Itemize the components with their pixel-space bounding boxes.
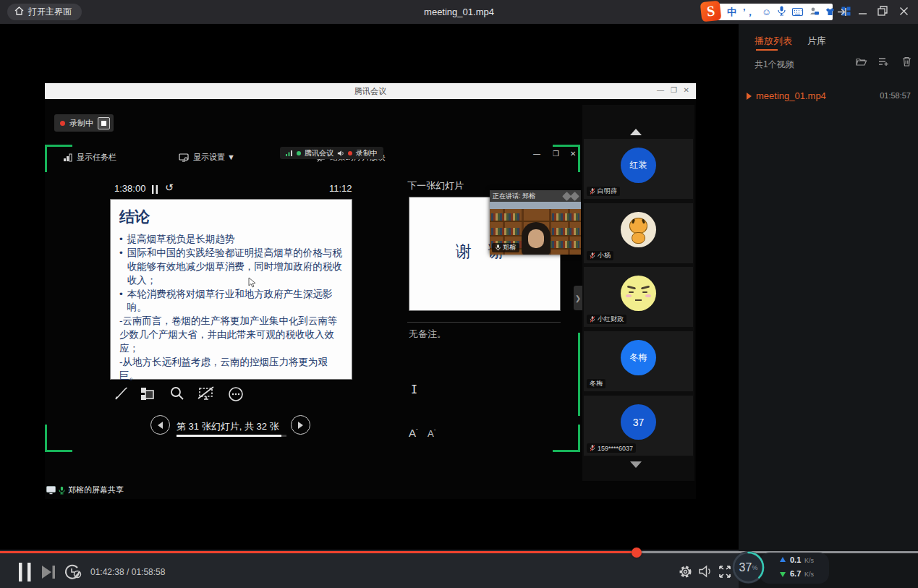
- speaking-now-label: 正在讲话: 郑榕: [493, 192, 535, 201]
- scroll-down-icon[interactable]: [630, 461, 642, 468]
- ime-account-icon[interactable]: [809, 6, 819, 19]
- mic-muted-icon: [590, 445, 595, 451]
- tab-library[interactable]: 片库: [807, 35, 826, 48]
- black-screen-icon[interactable]: [197, 385, 215, 401]
- participant-tile[interactable]: 红装 白明薛: [584, 139, 693, 199]
- participant-name-badge: 小杨: [587, 251, 613, 260]
- settings-button[interactable]: [679, 565, 692, 579]
- slide-bullet: •提高烟草税负是长期趋势: [119, 233, 343, 247]
- pen-tool-icon[interactable]: [114, 385, 129, 401]
- ime-logo[interactable]: S: [700, 1, 722, 22]
- playlist-item-title: meeting_01.mp4: [756, 90, 826, 101]
- speaker-video: 郑榕: [490, 202, 581, 255]
- recording-indicator: 录制中: [54, 114, 114, 132]
- slideshow-restore-icon[interactable]: ❐: [553, 150, 559, 158]
- taskbar-icon: [63, 153, 72, 162]
- ime-skin-icon[interactable]: [825, 6, 835, 19]
- participant-tile[interactable]: 小红财政: [584, 267, 693, 327]
- slide-sorter-icon[interactable]: [140, 386, 156, 402]
- slideshow-minimize-icon[interactable]: —: [533, 150, 540, 158]
- add-to-playlist-icon[interactable]: [878, 57, 889, 67]
- slide-title: 结论: [119, 207, 343, 227]
- cache-percent-badge[interactable]: 37 %: [732, 551, 765, 584]
- expand-panel-chevron[interactable]: ❯: [574, 286, 582, 310]
- participant-tile[interactable]: 37 159****6037: [584, 396, 693, 456]
- scroll-up-icon[interactable]: [630, 129, 642, 135]
- meeting-status-pill[interactable]: 腾讯会议 录制中: [280, 147, 383, 159]
- display-icon: [179, 153, 189, 162]
- meeting-close-icon: ✕: [684, 86, 689, 94]
- mic-muted-icon: [590, 252, 595, 259]
- seek-handle[interactable]: [632, 547, 642, 558]
- show-taskbar-button[interactable]: 显示任务栏: [63, 152, 116, 163]
- speaker-name-badge: 郑榕: [492, 243, 519, 252]
- ime-lang-mode[interactable]: 中: [727, 7, 736, 17]
- minimize-button[interactable]: [858, 6, 867, 19]
- display-settings-button[interactable]: 显示设置 ▼: [179, 152, 235, 163]
- slide-line: -云南而言，卷烟的生产将更加产业集中化到云南等少数几个产烟大省，并由此带来可观的…: [119, 315, 343, 356]
- playlist-item[interactable]: meeting_01.mp4 01:58:57: [739, 85, 918, 107]
- meeting-minimize-icon: —: [657, 86, 664, 94]
- side-panel-toggle-icon[interactable]: [837, 7, 848, 20]
- more-options-icon[interactable]: [228, 386, 244, 402]
- recording-label: 录制中: [69, 118, 93, 129]
- clear-playlist-icon[interactable]: [902, 56, 911, 67]
- avatar: [621, 276, 656, 311]
- active-speaker-overlay[interactable]: 正在讲话: 郑榕 郑榕: [490, 190, 581, 255]
- participant-tile[interactable]: 冬梅 冬梅: [584, 331, 693, 391]
- previous-slide-button[interactable]: [150, 415, 170, 435]
- ime-toolbar[interactable]: 中 ’， ☺: [704, 4, 833, 20]
- mic-muted-icon: [590, 316, 595, 323]
- download-speed: 6.7: [790, 569, 801, 578]
- open-folder-icon[interactable]: [856, 57, 867, 67]
- fullscreen-button[interactable]: [718, 566, 731, 578]
- avatar: 红装: [630, 159, 647, 171]
- current-slide[interactable]: 结论 •提高烟草税负是长期趋势 •国际和中国的实践经验都证明提高烟草的价格与税收…: [110, 199, 352, 380]
- status-recording-label: 录制中: [356, 148, 378, 158]
- watermark-icon: [570, 192, 579, 201]
- participant-tile[interactable]: 小杨: [584, 203, 693, 263]
- mic-muted-icon: [590, 188, 595, 195]
- restore-button[interactable]: [877, 6, 888, 19]
- recording-dot-icon: [60, 121, 65, 126]
- slideshow-elapsed-time: 1:38:00: [114, 183, 145, 194]
- share-banner-label: 郑榕的屏幕共享: [68, 485, 124, 495]
- slideshow-close-icon[interactable]: ✕: [570, 150, 576, 158]
- signal-icon: [286, 150, 293, 156]
- close-button[interactable]: [899, 6, 909, 19]
- ime-emoji-icon[interactable]: ☺: [762, 7, 771, 17]
- tab-playlist[interactable]: 播放列表: [755, 35, 792, 48]
- volume-button[interactable]: [699, 565, 713, 578]
- ime-mic-icon[interactable]: [778, 6, 786, 19]
- notes-divider: [407, 322, 561, 323]
- home-icon: [14, 7, 24, 17]
- zoom-tool-icon[interactable]: [169, 385, 185, 401]
- status-app-name: 腾讯会议: [305, 148, 333, 158]
- playlist-sidebar: 播放列表 片库 共1个视频 meeting_01.mp4 01:58:57: [739, 24, 918, 588]
- next-slide-button[interactable]: [291, 415, 310, 435]
- font-increase-button[interactable]: Aˆ: [409, 427, 418, 440]
- participant-name-badge: 白明薛: [587, 187, 620, 196]
- timer-pause-icon[interactable]: [152, 184, 158, 197]
- video-count-label: 共1个视频: [755, 59, 794, 71]
- network-speed-chip: 0.1 K/s 6.7 K/s: [760, 553, 829, 584]
- seek-bar-played: [0, 551, 637, 553]
- ime-punctuation-icon[interactable]: ’，: [743, 7, 755, 17]
- app-titlebar: 打开主界面 meeting_01.mp4 中 ’， ☺ S: [0, 0, 918, 24]
- text-cursor: I: [411, 383, 417, 396]
- slide-bullet: •本轮消费税将对烟草行业和地方政府产生深远影响。: [119, 288, 343, 315]
- next-video-button[interactable]: [41, 565, 56, 579]
- ime-keyboard-icon[interactable]: [792, 6, 803, 19]
- screen-icon: [46, 486, 56, 494]
- play-timer-button[interactable]: [64, 564, 81, 580]
- timer-restart-icon[interactable]: ↺: [165, 182, 174, 193]
- pause-button[interactable]: [19, 563, 31, 581]
- open-main-ui-button[interactable]: 打开主界面: [7, 4, 82, 20]
- font-decrease-button[interactable]: Aˇ: [428, 428, 435, 440]
- stop-recording-button[interactable]: [98, 117, 110, 129]
- download-speed-unit: K/s: [804, 571, 814, 578]
- meeting-restore-icon: ❐: [671, 86, 677, 94]
- mic-icon: [496, 244, 501, 251]
- participant-name-badge: 冬梅: [587, 379, 605, 388]
- now-playing-icon: [747, 93, 752, 100]
